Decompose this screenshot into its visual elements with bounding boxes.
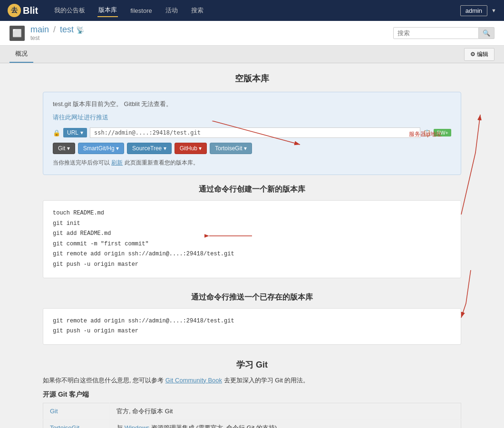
admin-dropdown-icon[interactable]: ▼ [491,8,496,13]
nav-activity[interactable]: 活动 [165,4,179,17]
rss-icon: 📡 [76,26,84,34]
git-client-desc: 官方, 命令行版本 Git [110,403,461,419]
empty-repo-box: test.git 版本库目前为空。 Gitblit 无法查看。 请往此网址进行推… [43,92,461,175]
brand-name: Blit [23,5,38,16]
lock-icon: 🔒 [53,129,60,136]
main-content: 空版本库 test.git 版本库目前为空。 Gitblit 无法查看。 请往此… [33,73,471,428]
refresh-notice: 当你推送完毕后你可以 刷新 此页面重新查看您的版本库。 [53,159,451,167]
empty-repo-notice: test.git 版本库目前为空。 Gitblit 无法查看。 [53,100,451,108]
git-clients-table: Git 官方, 命令行版本 Git TortoiseGit 与 Windows … [43,403,461,428]
admin-button[interactable]: admin [460,5,487,16]
learn-title: 学习 Git [43,359,461,370]
learn-section: 学习 Git 如果你不明白这些信息什么意思, 您可以参考 Git Communi… [43,359,461,428]
repo-name-link[interactable]: test [60,25,74,34]
git-client-link[interactable]: Git [50,408,58,415]
cmd-title-2: 通过命令行推送一个已存在的版本库 [43,292,461,302]
title-separator: / [53,25,58,34]
repo-title-area: main / test 📡 test [30,25,388,41]
windows-link[interactable]: Windows [125,424,150,428]
cmd-line: git push -u origin master [53,326,451,337]
push-notice: 请往此网址进行推送 [53,113,451,122]
nav-right: admin ▼ [460,5,496,16]
brand: 去 Blit [8,4,38,17]
search-button[interactable]: 🔍 [479,27,494,39]
tortoisegit-button[interactable]: TortoiseGit ▾ [210,143,252,154]
table-row: Git 官方, 命令行版本 Git [43,403,461,419]
url-value: ssh://admin@....:29418/test.git [90,127,420,138]
table-row: TortoiseGit 与 Windows 资源管理器集成 (需要官方, 命令行… [43,419,461,428]
navbar: 去 Blit 我的公告板 版本库 filestore 活动 搜索 admin ▼ [0,0,504,21]
refresh-link[interactable]: 刷新 [111,159,123,166]
nav-filestore[interactable]: filestore [129,5,153,16]
tab-overview[interactable]: 概况 [10,46,33,63]
tortoisegit-client-desc: 与 Windows 资源管理器集成 (需要官方, 命令行 Git 的支持) [110,419,461,428]
open-source-title: 开源 Git 客户端 [43,390,461,399]
cmd-block-2: git remote add origin ssh://admin@....:2… [43,308,461,345]
repo-parent-link[interactable]: main [30,25,49,34]
git-book-link[interactable]: Git Community Book [165,377,222,384]
url-dropdown-icon: ▾ [80,129,83,136]
smartgit-button[interactable]: SmartGit/Hg ▾ [78,143,124,154]
nav-bulletin[interactable]: 我的公告板 [53,4,86,17]
github-button[interactable]: GitHub ▾ [174,143,207,154]
repo-title: main / test 📡 [30,25,388,35]
git-button[interactable]: Git ▾ [53,143,75,154]
search-input[interactable] [393,27,479,39]
cmd-title-1: 通过命令行创建一个新的版本库 [43,185,461,195]
url-label[interactable]: URL ▾ [63,128,87,137]
server-ip-label: 服务器ip地址 [409,130,442,138]
nav-repos[interactable]: 版本库 [97,4,118,17]
cmd-line: git push -u origin master [53,260,451,270]
sourcetree-button[interactable]: SourceTree ▾ [127,143,172,154]
learn-desc: 如果你不明白这些信息什么意思, 您可以参考 Git Community Book… [43,376,461,385]
repo-subtitle: test [30,35,388,41]
url-row: 🔒 URL ▾ ssh://admin@....:29418/test.git … [53,127,451,138]
empty-title: 空版本库 [43,73,461,84]
repo-header: ⬜ main / test 📡 test 🔍 [0,21,504,46]
tabs-bar: 概况 ⚙ 编辑 [0,46,504,63]
cmd-line: git remote add origin ssh://admin@....:2… [53,249,451,260]
cmd-line: git commit -m "first commit" [53,239,451,250]
cmd-line: touch README.md [53,208,451,219]
edit-button[interactable]: ⚙ 编辑 [464,48,494,61]
nav-search[interactable]: 搜索 [190,4,204,17]
cmd-line: git init [53,219,451,229]
logo-icon: 去 [8,4,21,17]
search-area: 🔍 [393,27,494,39]
client-buttons: Git ▾ SmartGit/Hg ▾ SourceTree ▾ GitHub … [53,143,451,154]
tortoisegit-client-link[interactable]: TortoiseGit [50,424,79,428]
cmd-line: git remote add origin ssh://admin@....:2… [53,316,451,327]
cmd-line: git add README.md [53,229,451,239]
cmd-block-1: touch README.md git init git add README.… [43,200,461,278]
repo-icon: ⬜ [10,26,25,41]
